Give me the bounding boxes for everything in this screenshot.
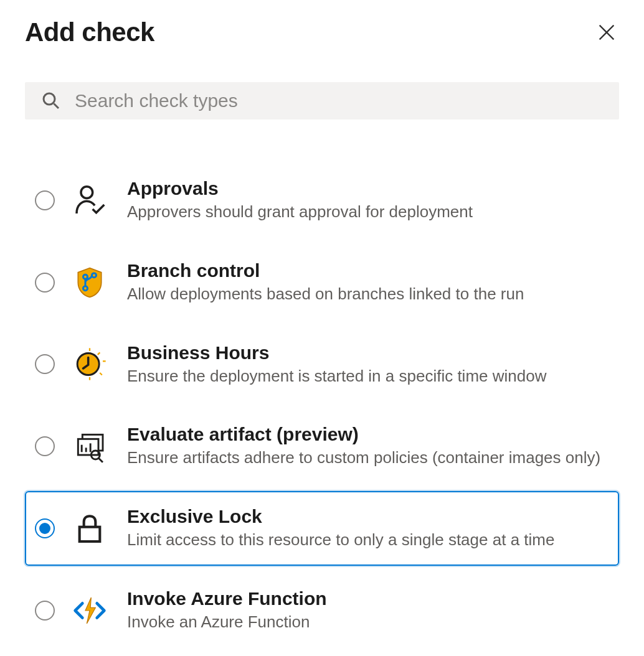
radio-button[interactable] [35, 190, 55, 210]
check-title: Evaluate artifact (preview) [127, 424, 609, 445]
check-title: Approvals [127, 178, 609, 199]
check-type-list: Approvals Approvers should grant approva… [25, 163, 619, 655]
artifact-icon [70, 426, 110, 466]
person-check-icon [70, 180, 110, 220]
check-title: Branch control [127, 260, 609, 281]
svg-line-11 [100, 373, 102, 375]
svg-marker-22 [85, 597, 95, 624]
check-text: Exclusive Lock Limit access to this reso… [127, 506, 609, 551]
check-description: Ensure artifacts adhere to custom polici… [127, 447, 609, 469]
check-option-business-hours[interactable]: Business Hours Ensure the deployment is … [25, 327, 619, 402]
radio-button[interactable] [35, 436, 55, 456]
dialog-header: Add check [25, 17, 619, 47]
svg-point-4 [81, 187, 93, 199]
azure-function-icon [70, 591, 110, 630]
check-text: Business Hours Ensure the deployment is … [127, 342, 609, 387]
svg-line-9 [98, 353, 100, 355]
lock-icon [70, 508, 110, 548]
check-description: Limit access to this resource to only a … [127, 530, 609, 551]
branch-shield-icon [70, 263, 110, 302]
search-input[interactable] [73, 90, 604, 112]
check-text: Branch control Allow deployments based o… [127, 260, 609, 305]
check-description: Allow deployments based on branches link… [127, 284, 609, 305]
check-text: Approvals Approvers should grant approva… [127, 178, 609, 223]
check-title: Business Hours [127, 342, 609, 363]
check-title: Exclusive Lock [127, 506, 609, 527]
check-option-branch-control[interactable]: Branch control Allow deployments based o… [25, 245, 619, 320]
check-option-evaluate-artifact[interactable]: Evaluate artifact (preview) Ensure artif… [25, 409, 619, 484]
svg-line-3 [54, 104, 59, 109]
check-description: Approvers should grant approval for depl… [127, 202, 609, 223]
check-description: Invoke an Azure Function [127, 612, 609, 633]
check-option-exclusive-lock[interactable]: Exclusive Lock Limit access to this reso… [25, 491, 619, 566]
search-box[interactable] [25, 82, 619, 119]
close-button[interactable] [594, 20, 619, 45]
search-icon [40, 90, 62, 112]
check-option-invoke-azure-function[interactable]: Invoke Azure Function Invoke an Azure Fu… [25, 573, 619, 648]
radio-button[interactable] [35, 518, 55, 538]
svg-point-2 [44, 93, 55, 105]
check-text: Evaluate artifact (preview) Ensure artif… [127, 424, 609, 469]
svg-line-20 [98, 458, 103, 462]
close-icon [596, 22, 617, 43]
dialog-title: Add check [25, 17, 154, 47]
check-text: Invoke Azure Function Invoke an Azure Fu… [127, 588, 609, 633]
radio-button[interactable] [35, 354, 55, 374]
check-option-approvals[interactable]: Approvals Approvers should grant approva… [25, 163, 619, 238]
check-description: Ensure the deployment is started in a sp… [127, 366, 609, 387]
radio-button[interactable] [35, 601, 55, 621]
clock-icon [70, 344, 110, 384]
radio-button[interactable] [35, 273, 55, 293]
svg-rect-21 [80, 527, 100, 541]
check-title: Invoke Azure Function [127, 588, 609, 609]
add-check-dialog: Add check [0, 0, 644, 655]
